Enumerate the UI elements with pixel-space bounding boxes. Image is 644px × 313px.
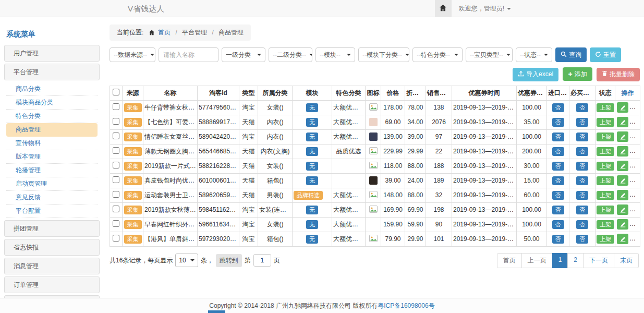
imported-toggle-badge[interactable]: 否 [552, 133, 564, 141]
row-checkbox[interactable] [113, 162, 119, 168]
row-checkbox[interactable] [113, 235, 119, 242]
row-checkbox[interactable] [113, 206, 119, 212]
imported-toggle-badge[interactable]: 否 [552, 191, 564, 200]
row-checkbox[interactable] [113, 103, 119, 110]
sidebar-item-platform-mgmt[interactable]: 平台管理 [4, 64, 100, 80]
jump-button[interactable]: 跳转到 [216, 254, 242, 267]
must-buy-toggle-badge[interactable]: 否 [576, 147, 588, 156]
module-sub-select[interactable]: --模块下分类-- [358, 47, 409, 62]
sidebar-item-feature-category[interactable]: 特色分类 [6, 110, 98, 123]
sidebar-item-feedback[interactable]: 意见反馈 [6, 191, 98, 204]
must-buy-toggle-badge[interactable]: 否 [576, 118, 588, 127]
coupon-amount: 100.00 [517, 129, 547, 144]
edit-button[interactable] [617, 204, 628, 215]
imported-toggle-badge[interactable]: 否 [552, 206, 564, 214]
feature-category-select[interactable]: --特色分类-- [412, 47, 463, 62]
imported-toggle-badge[interactable]: 否 [552, 162, 564, 171]
edit-button[interactable] [617, 117, 628, 127]
row-checkbox[interactable] [113, 118, 119, 125]
breadcrumb-parent[interactable]: 平台管理 [182, 29, 207, 36]
edit-button[interactable] [617, 146, 628, 156]
name-search-input[interactable] [159, 47, 218, 62]
must-buy-toggle-badge[interactable]: 否 [576, 206, 588, 214]
sidebar-item-group-buy-mgmt[interactable]: 拼团管理 [4, 220, 100, 237]
page-number-input[interactable] [253, 254, 271, 267]
status-badge[interactable]: 上架 [597, 220, 614, 229]
sidebar-item-module-goods-category[interactable]: 模块商品分类 [6, 96, 98, 110]
edit-button[interactable] [617, 131, 628, 142]
level2-category-select[interactable]: --二级分类-- [269, 47, 312, 62]
row-checkbox[interactable] [113, 191, 119, 198]
sidebar-item-saving-news[interactable]: 省惠快报 [4, 239, 100, 256]
sidebar-item-message-mgmt[interactable]: 消息管理 [4, 258, 100, 274]
source-badge: 采集 [124, 103, 142, 112]
imported-toggle-badge[interactable]: 否 [552, 176, 564, 185]
pager-page-2[interactable]: 2 [567, 253, 584, 268]
search-button[interactable]: 查询 [555, 47, 587, 62]
status-badge[interactable]: 上架 [597, 162, 614, 171]
user-menu[interactable]: 欢迎您，管理员! [459, 4, 511, 13]
edit-button[interactable] [617, 161, 628, 171]
edit-button[interactable] [617, 219, 628, 230]
status-badge[interactable]: 上架 [597, 235, 614, 244]
status-badge[interactable]: 上架 [597, 191, 614, 200]
sidebar-item-splash-mgmt[interactable]: 启动页管理 [6, 177, 98, 191]
status-badge[interactable]: 上架 [597, 133, 614, 141]
must-buy-toggle-badge[interactable]: 否 [576, 191, 588, 200]
edit-button[interactable] [617, 190, 628, 200]
pager-page-1[interactable]: 1 [552, 253, 568, 268]
price: 69.00 [381, 115, 405, 129]
row-checkbox[interactable] [113, 133, 119, 139]
sidebar-item-order-mgmt[interactable]: 订单管理 [4, 276, 100, 293]
product-name: 真皮钱包时尚优雅女士... [143, 173, 198, 188]
imported-toggle-badge[interactable]: 否 [552, 118, 564, 127]
sidebar-item-user-mgmt[interactable]: 用户管理 [4, 45, 100, 62]
sidebar-item-carousel-mgmt[interactable]: 轮播管理 [6, 164, 98, 177]
source-select[interactable]: --数据来源-- [110, 47, 155, 62]
status-select[interactable]: --状态-- [516, 47, 552, 62]
sidebar-item-version-mgmt[interactable]: 版本管理 [6, 150, 98, 164]
must-buy-toggle-badge[interactable]: 否 [576, 235, 588, 244]
imported-toggle-badge[interactable]: 否 [552, 147, 564, 156]
imported-toggle-badge[interactable]: 否 [552, 235, 564, 244]
import-excel-button[interactable]: 导入excel [513, 68, 558, 81]
module-select[interactable]: --模块-- [315, 47, 355, 62]
sidebar-item-goods-category[interactable]: 商品分类 [6, 82, 98, 96]
must-buy-toggle-badge[interactable]: 否 [576, 162, 588, 171]
reset-button[interactable]: 重置 [590, 47, 621, 62]
pager-prev[interactable]: 上一页 [521, 253, 553, 268]
pager-last[interactable]: 末页 [614, 253, 639, 268]
status-badge[interactable]: 上架 [597, 206, 614, 214]
per-page-select[interactable]: 10 [175, 254, 198, 267]
edit-button[interactable] [617, 175, 628, 186]
sidebar-item-platform-config[interactable]: 平台配置 [6, 204, 98, 218]
row-checkbox[interactable] [113, 176, 119, 183]
sidebar-item-promo-material[interactable]: 宣传物料 [6, 137, 98, 150]
must-buy-toggle-badge[interactable]: 否 [576, 220, 588, 229]
status-badge[interactable]: 上架 [597, 147, 614, 156]
product-category: 内衣() [258, 129, 293, 144]
home-button[interactable] [435, 0, 452, 17]
select-all-checkbox[interactable] [113, 89, 119, 95]
status-badge[interactable]: 上架 [597, 118, 614, 127]
edit-button[interactable] [617, 234, 628, 244]
must-buy-toggle-badge[interactable]: 否 [576, 133, 588, 141]
pager-next[interactable]: 下一页 [583, 253, 614, 268]
imported-toggle-badge[interactable]: 否 [552, 103, 564, 112]
edit-button[interactable] [617, 102, 628, 113]
imported-toggle-badge[interactable]: 否 [552, 220, 564, 229]
batch-delete-button[interactable]: 批量删除 [597, 68, 640, 81]
item-type-select[interactable]: --宝贝类型-- [466, 47, 513, 62]
row-checkbox[interactable] [113, 220, 119, 227]
add-button[interactable]: + 添加 [563, 67, 592, 81]
icp-link[interactable]: 粤ICP备16098006号 [378, 302, 434, 309]
breadcrumb-home-link[interactable]: 首页 [158, 29, 171, 36]
row-checkbox[interactable] [113, 147, 119, 154]
status-badge[interactable]: 上架 [597, 176, 614, 185]
pager-first[interactable]: 首页 [497, 253, 522, 268]
level1-category-select[interactable]: 一级分类 [222, 47, 265, 62]
status-badge[interactable]: 上架 [597, 103, 614, 112]
must-buy-toggle-badge[interactable]: 否 [576, 103, 588, 112]
sidebar-item-goods-mgmt[interactable]: 商品管理 [6, 123, 98, 137]
must-buy-toggle-badge[interactable]: 否 [576, 176, 588, 185]
